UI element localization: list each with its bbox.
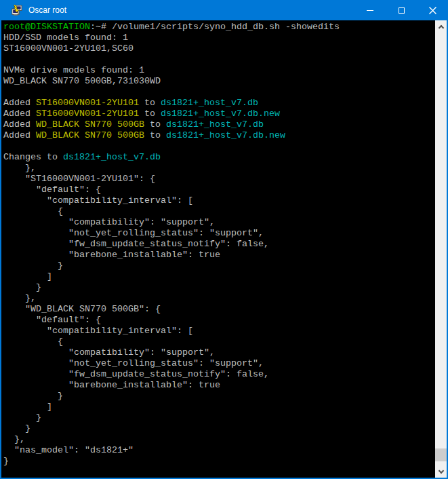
terminal-line: },: [3, 163, 435, 174]
terminal-line: "ST16000VN001-2YU101": {: [3, 174, 435, 185]
minimize-icon: [367, 10, 373, 11]
terminal-line: "not_yet_rolling_status": "support",: [3, 358, 435, 369]
terminal-line: }: [3, 261, 435, 271]
terminal-line: }: [3, 413, 435, 423]
scrollbar-up-button[interactable]: [435, 20, 447, 32]
terminal-line: "fw_dsm_update_status_notify": false,: [3, 369, 435, 380]
terminal-line: "not_yet_rolling_status": "support",: [3, 228, 435, 239]
terminal-line: },: [3, 434, 435, 445]
scrollbar-down-button[interactable]: [435, 466, 447, 478]
chevron-down-icon: [438, 467, 443, 473]
putty-window: Oscar root root@DISKSTATION:~# /volume1/…: [0, 0, 448, 479]
terminal-line: "default": {: [3, 185, 435, 195]
terminal-line: }: [3, 282, 435, 293]
terminal-output: root@DISKSTATION:~# /volume1/scripts/syn…: [3, 22, 435, 467]
terminal-line: Changes to ds1821+_host_v7.db: [3, 152, 435, 163]
terminal-line: Added ST16000VN001-2YU101 to ds1821+_hos…: [3, 98, 435, 109]
scrollbar-thumb[interactable]: [435, 448, 447, 461]
scrollbar[interactable]: [435, 20, 447, 478]
terminal-line: root@DISKSTATION:~# /volume1/scripts/syn…: [3, 22, 435, 33]
terminal-line: [3, 87, 435, 98]
terminal-line: WD_BLACK SN770 500GB,731030WD: [3, 76, 435, 87]
close-button[interactable]: [417, 0, 448, 20]
terminal-line: "compatibility": "support",: [3, 347, 435, 358]
window-title: Oscar root: [28, 5, 354, 15]
terminal-line: "nas_model": "ds1821+": [3, 445, 435, 456]
terminal-line: ]: [3, 271, 435, 282]
terminal-screen[interactable]: root@DISKSTATION:~# /volume1/scripts/syn…: [1, 20, 435, 478]
terminal-line: "compatibility_interval": [: [3, 195, 435, 206]
terminal-line: {: [3, 337, 435, 347]
putty-app-icon[interactable]: [12, 5, 22, 16]
terminal-line: }: [3, 423, 435, 434]
chevron-up-icon: [438, 24, 443, 30]
terminal-line: "fw_dsm_update_status_notify": false,: [3, 239, 435, 250]
terminal-line: HDD/SSD models found: 1: [3, 33, 435, 43]
terminal-line: "barebone_installable": true: [3, 250, 435, 261]
terminal-line: "WD_BLACK SN770 500GB": {: [3, 304, 435, 315]
terminal-line: {: [3, 206, 435, 217]
terminal-line: NVMe drive models found: 1: [3, 65, 435, 76]
terminal-line: Added ST16000VN001-2YU101 to ds1821+_hos…: [3, 109, 435, 119]
maximize-icon: [399, 7, 405, 14]
terminal-line: }: [3, 391, 435, 402]
terminal-line: },: [3, 293, 435, 304]
maximize-button[interactable]: [386, 0, 417, 20]
terminal-line: "barebone_installable": true: [3, 380, 435, 391]
terminal-line: [3, 141, 435, 152]
terminal-line: "compatibility": "support",: [3, 217, 435, 228]
minimize-button[interactable]: [354, 0, 386, 20]
terminal-line: }: [3, 456, 435, 467]
title-bar[interactable]: Oscar root: [0, 0, 448, 20]
terminal-line: ]: [3, 402, 435, 413]
terminal-line: Added WD_BLACK SN770 500GB to ds1821+_ho…: [3, 130, 435, 141]
terminal-line: "compatibility_interval": [: [3, 326, 435, 337]
terminal-line: [3, 54, 435, 65]
window-body: root@DISKSTATION:~# /volume1/scripts/syn…: [0, 20, 448, 479]
terminal-line: ST16000VN001-2YU101,SC60: [3, 43, 435, 54]
close-icon: [429, 7, 436, 14]
terminal-line: "default": {: [3, 315, 435, 326]
terminal-line: Added WD_BLACK SN770 500GB to ds1821+_ho…: [3, 119, 435, 130]
